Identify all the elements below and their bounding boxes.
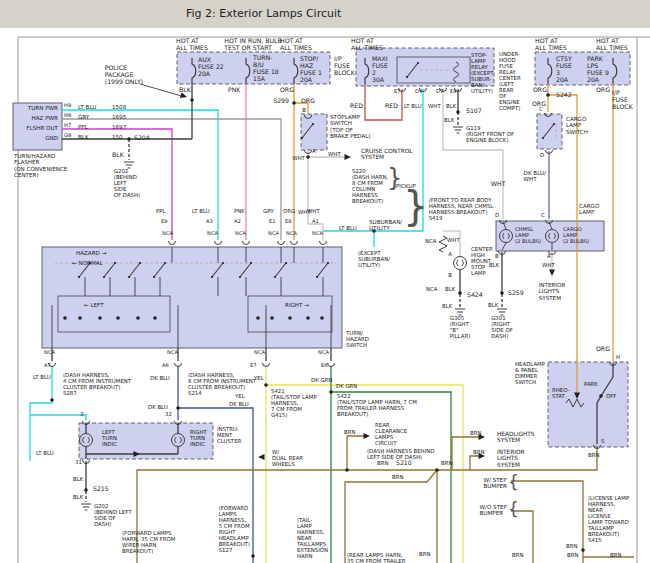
turn-hazard-flasher-label: TURN/HAZARD FLASHER (ON CONVENIENCE CENT…	[14, 153, 67, 178]
diagram-label: WHT	[307, 208, 320, 214]
diagram-label: BRN	[441, 460, 452, 466]
wire-brn	[137, 446, 597, 563]
diagram-label: DK BLU/ WHT	[524, 170, 546, 183]
turn-hazard-switch-label: TURN/ HAZARD SWITCH	[346, 330, 369, 348]
diagram-label: B	[495, 253, 499, 259]
contact-dot	[153, 276, 155, 278]
diagram-label: E9	[450, 89, 457, 95]
maxi-fuse-label: MAXI FUSE 2 30A	[372, 56, 388, 84]
diagram-label: HOT AT ALL TIMES	[280, 38, 312, 52]
splice-dot	[98, 316, 102, 320]
diagram-label: I/P FUSE BLOCK	[334, 56, 355, 77]
flow-arrow-icon	[549, 270, 555, 277]
diagram-label: FLSHR OUT	[26, 125, 58, 131]
diagram-label: NCA	[312, 231, 323, 237]
diagram-label: HAZARD →	[76, 250, 106, 256]
diagram-label: BLK	[488, 302, 498, 308]
brace: {	[508, 501, 519, 518]
diagram-label: HOT AT ALL TIMES	[596, 38, 628, 52]
splice-dot	[84, 488, 88, 492]
diagram-label: W/O STEP BUMPER	[480, 504, 507, 517]
wire-dkgrn	[331, 392, 451, 563]
diagram-label: NCA	[268, 231, 279, 237]
splice-dot	[306, 316, 310, 320]
diagram-label: S	[601, 438, 604, 444]
diagram-label: 1508	[112, 104, 126, 110]
splice-dot	[456, 110, 460, 114]
diagram-label: UNDER- HOOD FUSE RELAY CENTER (LEFT REAR…	[499, 51, 521, 111]
diagram-label: INTERIOR LIGHTS SYSTEM	[539, 282, 566, 301]
splice-dot	[264, 383, 268, 387]
splice-s214: (DASH HARNESS, 8 CM FROM INSTRUMENT CLUS…	[188, 372, 256, 396]
diagram-label: LT BLU	[404, 103, 422, 109]
stoplamp-relay-label: STOP- LAMP RELAY (EXCEPT SUBUR- BAN/ UTI…	[471, 52, 494, 94]
cargo-lamp-switch-label: CARGO LAMP SWITCH	[566, 116, 588, 135]
diagram-label: 32	[165, 411, 172, 417]
diagram-label: NCA	[254, 350, 265, 356]
splice-dot	[320, 316, 324, 320]
diagram-label: E9	[161, 219, 168, 225]
cruise-control-system-label: CRUISE CONTROL SYSTEM	[361, 148, 413, 161]
contact-dot	[78, 276, 80, 278]
diagram-label: NCA	[167, 350, 178, 356]
splice-s215: S215	[93, 486, 109, 493]
brace: {	[508, 474, 519, 491]
contact-dot	[327, 262, 329, 264]
contact-dot	[114, 262, 116, 264]
diagram-label: A	[312, 148, 316, 154]
contact-dot	[222, 262, 224, 264]
splice-s127: (FORWARD LAMPS HARNESS, 5 CM FROM RIGHT …	[219, 505, 250, 553]
wire-ltblu	[30, 415, 86, 420]
instrument-cluster-label: INSTRU- MENT CLUSTER	[217, 426, 241, 444]
splice-dot	[329, 390, 333, 394]
diagram-label: CARGO LAMP	[579, 203, 599, 216]
splice-dot	[136, 316, 140, 320]
diagram-label: ← NORMAL	[72, 260, 103, 266]
splice-s220: S220 (DASH HARN, 8 CM FROM COLUMN HARNES…	[352, 168, 388, 204]
diagram-label: RHEO- STAT	[552, 387, 570, 399]
connector-pin-icon	[169, 241, 176, 245]
diagram-label: (FORWARD LAMPS HARN, 35 CM FROM WIPER HA…	[122, 530, 175, 554]
diagram-label: D	[540, 152, 544, 158]
diagram-label: BRN	[419, 551, 430, 557]
rear-clearance-lamps-label: REAR CLEARANCE LAMPS CIRCUIT	[375, 422, 407, 446]
diagram-label: (EXCEPT SUBURBAN/ UTILITY)	[358, 250, 390, 268]
splice-dot	[435, 468, 439, 472]
diagram-label: DK BLU	[148, 404, 168, 410]
flow-arrow-icon	[364, 433, 371, 439]
chmsl-lamp-label: CHMSL LAMP (2 BULBS)	[515, 227, 541, 244]
splice-s422: S422 (TAIL/STOP LAMP HARN, 7 CM FROM TRA…	[337, 393, 417, 417]
ctsy-fuse-label: CTSY FUSE 3 20A	[556, 56, 572, 84]
diagram-label: BLK	[78, 134, 89, 140]
wire-brn	[345, 470, 437, 563]
connector-pin-icon	[291, 241, 298, 245]
diagram-label: G8	[64, 133, 71, 139]
diagram-label: C	[541, 212, 545, 218]
diagram-label: DK BLU	[229, 401, 249, 407]
splice-dot	[599, 394, 603, 398]
splice-dot	[176, 406, 180, 410]
diagram-label: BLK	[442, 303, 452, 309]
wiring-diagram-page: Fig 2: Exterior Lamps Circuit HOT AT ALL…	[0, 0, 650, 563]
splice-dot	[292, 101, 296, 105]
diagram-label: E1	[269, 219, 276, 225]
diagram-label: A7	[44, 363, 51, 369]
splice-s204: S204	[134, 135, 150, 142]
headlights-system-label: HEADLIGHTS SYSTEM	[497, 431, 534, 444]
contact-dot	[239, 276, 241, 278]
diagram-label: BRN	[512, 552, 523, 558]
splice-s287: (DASH HARNESS, 4 CM FROM INSTRUMENT CLUS…	[63, 372, 131, 396]
diagram-label: RIGHT →	[285, 302, 309, 308]
contact-dot	[103, 276, 105, 278]
stop-haz-fuse-label: STOP/ HAZ FUSE 1 20A	[300, 56, 322, 84]
wire-wht	[308, 150, 323, 240]
diagram-label: YEL	[254, 375, 264, 381]
splice-dot	[251, 554, 255, 558]
diagram-label: A1	[312, 219, 319, 225]
diagram-label: WHT	[491, 181, 506, 188]
diagram-label: BLK	[73, 476, 83, 482]
aux-fuse-label: AUX FUSE 22 20A	[198, 57, 224, 78]
contact-dot	[542, 137, 544, 139]
splice-s242: S242	[556, 92, 572, 99]
diagram-label: NCA	[235, 231, 246, 237]
